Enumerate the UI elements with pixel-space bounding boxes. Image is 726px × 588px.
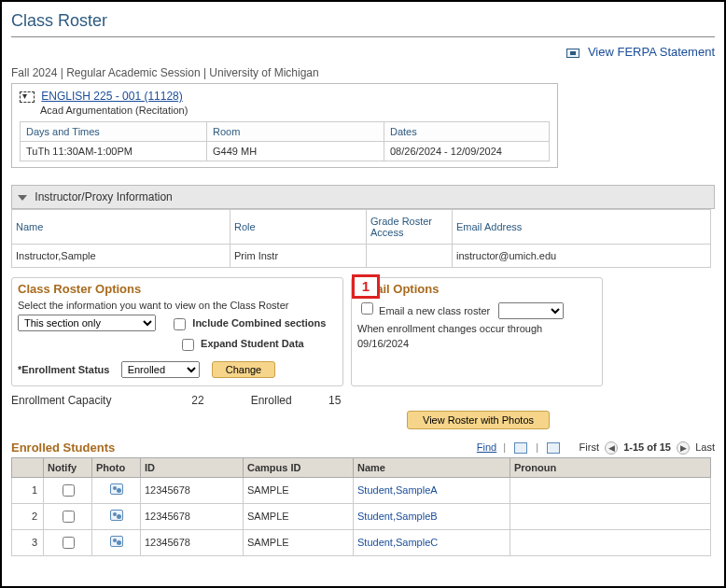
student-name-link[interactable]: Student,SampleC [357, 537, 438, 548]
photo-icon[interactable] [110, 510, 123, 521]
cell-id: 12345678 [141, 477, 244, 503]
first-label: First [579, 441, 599, 453]
email-freq-select[interactable] [498, 302, 564, 319]
col-instr-gr: Grade Roster Access [367, 210, 453, 245]
course-link[interactable]: ENGLISH 225 - 001 (11128) [41, 90, 182, 103]
cell-instr-role: Prim Instr [230, 245, 367, 268]
cell-days: TuTh 11:30AM-1:00PM [21, 142, 207, 161]
col-campus: Campus ID [244, 457, 354, 477]
divider [11, 36, 715, 37]
col-blank [12, 457, 44, 477]
include-combined-checkbox[interactable] [174, 318, 186, 330]
cell-pronoun [510, 529, 711, 555]
student-name-link[interactable]: Student,SampleB [357, 511, 438, 522]
table-row: 212345678SAMPLEStudent,SampleB [12, 503, 711, 529]
grid-toolbar: Find | | First ◀ 1-15 of 15 ▶ Last [477, 441, 715, 455]
enrollment-status-select[interactable]: Enrolled [121, 361, 200, 378]
cell-campus: SAMPLE [244, 503, 354, 529]
row-number: 3 [12, 529, 44, 555]
col-instr-role: Role [230, 210, 367, 245]
notify-checkbox[interactable] [63, 484, 75, 497]
col-instr-email: Email Address [453, 210, 711, 245]
col-pronoun: Pronoun [510, 457, 711, 477]
capacity-value: 22 [191, 394, 247, 407]
photo-icon[interactable] [110, 536, 123, 547]
table-row: 112345678SAMPLEStudent,SampleA [12, 477, 711, 503]
notify-checkbox[interactable] [63, 537, 75, 549]
download-icon[interactable] [514, 442, 527, 454]
zoom-icon[interactable] [547, 442, 560, 454]
cell-room: G449 MH [207, 142, 384, 161]
instructor-table: Name Role Grade Roster Access Email Addr… [11, 209, 711, 268]
page-title: Class Roster [11, 11, 715, 31]
enrolled-students-title: Enrolled Students [11, 441, 115, 455]
email-roster-checkbox[interactable] [361, 302, 373, 315]
expand-student-checkbox[interactable] [182, 339, 194, 351]
email-options-title: Email Options [357, 282, 596, 296]
email-roster-label: Email a new class roster [379, 305, 490, 316]
student-name-link[interactable]: Student,SampleA [357, 484, 438, 496]
col-id: ID [141, 457, 244, 477]
col-days: Days and Times [21, 122, 207, 142]
callout-marker: 1 [352, 274, 380, 299]
enrolled-value: 15 [328, 394, 341, 407]
col-instr-name: Name [12, 210, 230, 245]
students-table: Notify Photo ID Campus ID Name Pronoun 1… [11, 457, 711, 556]
projector-icon [566, 49, 579, 58]
instructor-panel-title: Instructor/Proxy Information [35, 190, 172, 203]
course-box: ENGLISH 225 - 001 (11128) Acad Argumenta… [11, 83, 558, 168]
row-number: 1 [12, 477, 44, 503]
roster-options-desc: Select the information you want to view … [18, 300, 337, 311]
course-flag-icon[interactable] [20, 91, 35, 103]
cell-id: 12345678 [141, 503, 244, 529]
col-notify: Notify [44, 457, 92, 477]
table-row: 312345678SAMPLEStudent,SampleC [12, 529, 711, 555]
cell-campus: SAMPLE [244, 529, 354, 555]
enrollment-status-label: *Enrollment Status [18, 364, 109, 375]
email-note-1: When enrollment changes occur through [357, 323, 596, 334]
enrollment-capacity-row: Enrollment Capacity 22 Enrolled 15 [11, 394, 715, 407]
change-button[interactable]: Change [212, 361, 276, 378]
expand-student-label: Expand Student Data [201, 338, 304, 349]
section-select[interactable]: This section only [18, 315, 156, 331]
meeting-table: Days and Times Room Dates TuTh 11:30AM-1… [20, 121, 550, 161]
next-icon[interactable]: ▶ [677, 441, 690, 455]
cell-pronoun [510, 503, 711, 529]
last-label: Last [695, 441, 715, 453]
include-combined-label: Include Combined sections [192, 317, 326, 329]
cell-dates: 08/26/2024 - 12/09/2024 [384, 142, 550, 161]
range-label: 1-15 of 15 [623, 441, 671, 453]
enrolled-label: Enrolled [251, 394, 326, 407]
col-room: Room [207, 122, 384, 142]
email-options-panel: Email Options Email a new class roster W… [351, 277, 603, 386]
view-ferpa-link[interactable]: View FERPA Statement [588, 45, 715, 59]
col-photo: Photo [92, 457, 141, 477]
course-subtitle: Acad Argumentation (Recitation) [40, 105, 550, 116]
prev-icon[interactable]: ◀ [605, 441, 618, 455]
row-number: 2 [12, 503, 44, 529]
cell-instr-gr [367, 245, 453, 268]
collapse-icon [18, 195, 27, 201]
roster-options-title: Class Roster Options [18, 282, 337, 296]
view-roster-photos-button[interactable]: View Roster with Photos [407, 411, 550, 429]
instructor-panel-header[interactable]: Instructor/Proxy Information [11, 185, 715, 209]
cell-instr-email: instructor@umich.edu [453, 245, 711, 268]
roster-options-panel: 1 Class Roster Options Select the inform… [11, 277, 343, 386]
cell-campus: SAMPLE [244, 477, 354, 503]
capacity-label: Enrollment Capacity [11, 394, 188, 407]
find-link[interactable]: Find [477, 441, 496, 453]
photo-icon[interactable] [110, 483, 123, 495]
cell-instr-name: Instructor,Sample [12, 245, 230, 268]
cell-pronoun [510, 477, 711, 503]
col-name: Name [354, 457, 510, 477]
col-dates: Dates [384, 122, 550, 142]
cell-id: 12345678 [141, 529, 244, 555]
email-note-2: 09/16/2024 [357, 338, 596, 349]
breadcrumb: Fall 2024 | Regular Academic Session | U… [11, 66, 715, 79]
notify-checkbox[interactable] [63, 511, 75, 523]
